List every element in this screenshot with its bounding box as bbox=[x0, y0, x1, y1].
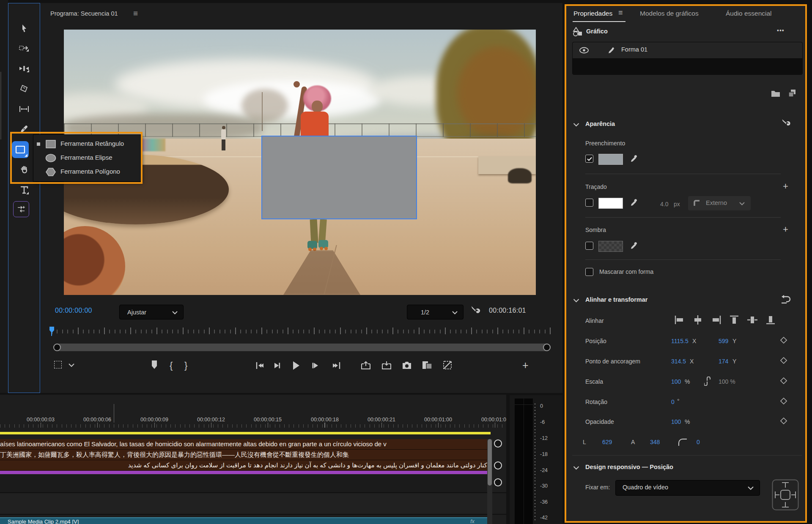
scale-value[interactable]: 100 bbox=[671, 378, 681, 385]
reset-icon[interactable] bbox=[780, 295, 791, 304]
work-area-bar[interactable] bbox=[0, 432, 491, 434]
opacity-value[interactable]: 100 bbox=[671, 418, 681, 425]
safe-margins-button[interactable] bbox=[54, 361, 62, 368]
empty-track[interactable] bbox=[0, 475, 487, 492]
position-y-value[interactable]: 599 bbox=[719, 338, 728, 344]
width-value[interactable]: 629 bbox=[602, 439, 612, 445]
fill-checkbox[interactable] bbox=[585, 155, 593, 163]
go-to-out-button[interactable] bbox=[332, 362, 341, 369]
fit-dropdown[interactable]: Ajustar bbox=[119, 305, 184, 319]
rotation-keyframe-icon[interactable] bbox=[780, 398, 787, 404]
slip-tool[interactable] bbox=[14, 102, 34, 116]
caption-clip-persian[interactable]: کنار دولتی مانند معلمان و افسران پلیس به… bbox=[0, 460, 487, 471]
anchor-x-unit: X bbox=[690, 358, 694, 365]
video-clip[interactable]: Sample Media Clip 2.mp4 [V] fx bbox=[0, 517, 487, 524]
corner-radius-value[interactable]: 0 bbox=[697, 439, 700, 445]
type-tool[interactable] bbox=[14, 183, 34, 197]
rotation-value[interactable]: 0 bbox=[671, 398, 675, 405]
layer-row-forma01[interactable]: Forma 01 bbox=[573, 42, 802, 59]
add-shadow-plus[interactable]: + bbox=[783, 224, 788, 235]
scale-keyframe-icon[interactable] bbox=[780, 377, 787, 384]
mask-checkbox[interactable] bbox=[585, 268, 593, 276]
mark-out-button[interactable]: } bbox=[184, 360, 187, 371]
anchor-x-value[interactable]: 314.5 bbox=[671, 358, 686, 365]
pin-widget-icon[interactable] bbox=[772, 479, 799, 510]
track-select-tool[interactable] bbox=[14, 41, 34, 55]
settings-chevron-icon[interactable] bbox=[69, 363, 74, 367]
scale-link-icon[interactable] bbox=[704, 377, 712, 386]
collapse-chevron-icon[interactable] bbox=[573, 123, 579, 127]
button-editor-plus[interactable]: + bbox=[522, 359, 529, 371]
tab-audio-essencial[interactable]: Áudio essencial bbox=[726, 10, 772, 17]
graphic-section-title: Gráfico bbox=[586, 28, 608, 35]
extract-button[interactable] bbox=[381, 360, 392, 370]
mark-in-button[interactable]: { bbox=[170, 360, 173, 371]
align-top-icon[interactable] bbox=[729, 315, 740, 325]
stroke-eyedropper-icon[interactable] bbox=[630, 198, 638, 207]
track-scrollbar-thumb[interactable] bbox=[488, 439, 492, 486]
scrollbar-handle-left[interactable] bbox=[53, 344, 61, 351]
new-layer-icon[interactable] bbox=[788, 89, 796, 97]
track-height-knob[interactable] bbox=[494, 478, 502, 486]
stroke-width-value[interactable]: 4.0 bbox=[660, 201, 668, 207]
stroke-color-swatch[interactable] bbox=[598, 198, 623, 209]
more-options-icon[interactable]: ••• bbox=[777, 27, 785, 34]
scrollbar-handle-right[interactable] bbox=[543, 344, 551, 351]
step-forward-button[interactable] bbox=[312, 362, 319, 369]
appearance-wrench-icon[interactable] bbox=[781, 119, 791, 129]
stroke-type-dropdown[interactable]: Externo bbox=[688, 196, 751, 210]
add-marker-button[interactable] bbox=[151, 360, 158, 369]
current-timecode[interactable]: 00:00:00:00 bbox=[55, 307, 92, 314]
position-keyframe-icon[interactable] bbox=[780, 337, 787, 344]
pin-to-dropdown[interactable]: Quadro de vídeo bbox=[615, 480, 760, 496]
collapse-chevron-icon[interactable] bbox=[573, 298, 579, 303]
align-bottom-icon[interactable] bbox=[765, 315, 776, 325]
anchor-y-value[interactable]: 174 bbox=[719, 358, 728, 365]
shadow-checkbox[interactable] bbox=[585, 242, 593, 250]
height-value[interactable]: 348 bbox=[650, 439, 660, 445]
export-frame-button[interactable] bbox=[402, 361, 412, 369]
shape-rectangle[interactable] bbox=[261, 136, 417, 219]
opacity-keyframe-icon[interactable] bbox=[780, 418, 787, 424]
monitor-scrollbar[interactable] bbox=[53, 344, 551, 351]
anchor-keyframe-icon[interactable] bbox=[780, 357, 787, 364]
razor-tool[interactable] bbox=[14, 82, 34, 96]
selection-tool[interactable] bbox=[14, 21, 34, 35]
playback-resolution-dropdown[interactable]: 1/2 bbox=[407, 305, 464, 319]
shadow-eyedropper-icon[interactable] bbox=[630, 241, 638, 250]
global-fx-mute-button[interactable] bbox=[442, 360, 453, 370]
align-left-icon[interactable] bbox=[674, 315, 685, 325]
subtitle-track-bar[interactable] bbox=[0, 471, 487, 474]
add-stroke-plus[interactable]: + bbox=[783, 181, 788, 192]
step-back-button[interactable] bbox=[273, 362, 281, 369]
height-label: A bbox=[631, 439, 635, 445]
align-center-horizontal-icon[interactable] bbox=[692, 315, 703, 325]
comparison-view-button[interactable] bbox=[422, 360, 433, 371]
align-right-icon[interactable] bbox=[710, 315, 721, 325]
fill-eyedropper-icon[interactable] bbox=[630, 154, 638, 163]
collapse-chevron-icon[interactable] bbox=[573, 466, 579, 470]
panel-menu-icon[interactable]: ≡ bbox=[133, 9, 138, 18]
tab-modelos-de-graficos[interactable]: Modelos de gráficos bbox=[640, 10, 699, 17]
fill-color-swatch[interactable] bbox=[598, 154, 623, 165]
lift-button[interactable] bbox=[361, 360, 371, 370]
align-center-vertical-icon[interactable] bbox=[747, 315, 758, 325]
shadow-color-swatch[interactable] bbox=[598, 241, 623, 252]
layer-row-empty[interactable] bbox=[573, 59, 802, 74]
caption-clip-spanish[interactable]: aíses latinoamericanos como El Salvador,… bbox=[0, 439, 487, 450]
empty-track[interactable] bbox=[0, 493, 487, 514]
stroke-checkbox[interactable] bbox=[585, 199, 593, 207]
tab-propriedades[interactable]: Propriedades bbox=[573, 10, 612, 17]
settings-wrench-icon[interactable] bbox=[470, 306, 481, 317]
remix-tool[interactable] bbox=[13, 201, 29, 217]
caption-clip-chinese[interactable]: 丁美洲國家，如薩爾瓦多，殺人率高得驚人，背後很大的原因是暴力的惡性循環——人民沒… bbox=[0, 450, 487, 460]
panel-menu-icon[interactable]: ≡ bbox=[618, 8, 623, 17]
position-x-value[interactable]: 1115.5 bbox=[671, 338, 689, 344]
visibility-eye-icon[interactable] bbox=[579, 47, 589, 54]
track-height-knob[interactable] bbox=[494, 439, 502, 448]
go-to-in-button[interactable] bbox=[255, 362, 265, 369]
new-folder-icon[interactable] bbox=[771, 90, 780, 97]
ripple-edit-tool[interactable] bbox=[14, 61, 34, 76]
play-button[interactable] bbox=[292, 360, 300, 371]
track-height-knob[interactable] bbox=[494, 461, 502, 469]
